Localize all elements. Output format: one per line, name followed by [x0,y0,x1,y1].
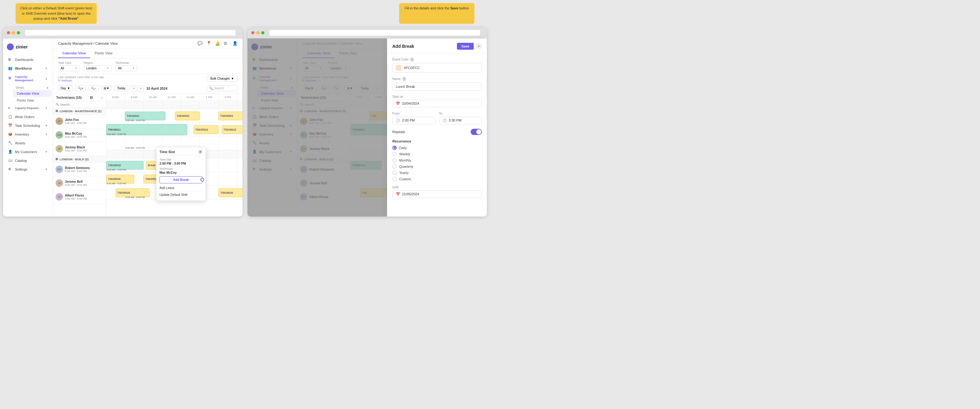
maximize-dot-r[interactable] [261,31,264,34]
sidebar-item-workforce[interactable]: 👥 Workforce ▼ [4,64,51,73]
event-tsk00012[interactable]: TSK00012 [194,125,218,134]
event-color-info-icon[interactable]: ? [410,58,414,62]
chevron-tech-icon: ▼ [132,67,135,70]
close-dot-r[interactable] [251,31,255,34]
calendar-nav: ‹ › [131,85,144,91]
save-button[interactable]: Save [457,43,474,50]
zoom-in-button[interactable]: 🔍+ [75,85,86,91]
tech-row-albert-flores: AF Albert Flores 9:00 AM - 6:00 PM [53,190,106,204]
time-col-8am: 8 AM [106,94,125,101]
add-leave-item[interactable]: Add Leave [159,185,202,192]
technician-select[interactable]: All ▼ [116,65,137,71]
sidebar-item-work-orders[interactable]: 📋 Work Orders [4,112,51,121]
sidebar-item-customers[interactable]: 👤 My Customers ▼ [4,147,51,156]
event-tsk00013[interactable]: TSK00013 [221,125,242,134]
user-profile-icon[interactable]: 👤 [232,41,237,46]
clock-from-icon: 🕐 [396,118,400,123]
prev-button[interactable]: ‹ [131,85,137,91]
time-col-1pm: 1 PM [200,94,218,101]
radio-custom-circle [392,177,397,181]
update-default-shift-item[interactable]: Update Default Shift [159,192,202,198]
tabs-bar: Calendar View Points View [53,49,242,58]
name-info-icon[interactable]: ? [402,77,406,81]
event-tsk00003[interactable]: TSK00003 [218,112,242,120]
cal-grid-button[interactable]: ⊞▼ [101,85,112,91]
tech-row-john-fox: JF John Fox 9:00 AM - 6:00 PM [53,115,106,128]
popup-close-button[interactable]: × [198,150,202,154]
sidebar-item-task-scheduling[interactable]: 📅 Task Scheduling ▼ [4,121,51,130]
sidebar-item-settings[interactable]: ⚙ Settings ▼ [4,165,51,174]
time-col-9am: 9 AM [125,94,143,101]
radio-quarterly-circle [392,165,397,169]
recurrence-quarterly[interactable]: Quarterly [392,165,482,169]
book-icon: 📖 [8,158,13,163]
avatar-max-mccoy: MM [56,131,63,139]
region-select[interactable]: London ▼ [84,65,112,71]
time-header: 8 AM 9 AM 10 AM 11 AM 12 AM 1 PM 2 PM 3 … [106,94,242,101]
repeats-toggle[interactable] [471,129,482,135]
address-bar [25,30,235,36]
tab-calendar-view[interactable]: Calendar View [58,49,90,58]
until-input[interactable]: 📅 21/05/2024 [392,190,482,198]
refresh-button[interactable]: ↻ Refresh [58,79,104,82]
recurrence-daily[interactable]: Daily [392,145,482,150]
minimize-dot[interactable] [12,31,15,34]
filter-icon[interactable]: ⊟ [90,96,93,99]
event-tsk00026[interactable]: TSK00026 [218,189,242,197]
grid-row-john-fox[interactable]: TSK00001 TSK00002 TSK00003 9:00 AM - 6:0… [106,109,242,123]
panel-body: Event Color ? #FCDFCC Name ? [387,53,487,217]
next-button[interactable]: › [138,85,144,91]
minimize-dot-r[interactable] [256,31,259,34]
view-day-button[interactable]: Day ▼ [58,85,73,91]
grid-row-max-mccoy[interactable]: TSK00011 TSK00012 TSK00013 8:00 AM - 5:0… [106,123,242,137]
chat-icon[interactable]: 💬 [197,41,202,46]
sort-icon[interactable]: ↕ [101,96,103,99]
sidebar-item-catalog[interactable]: 📖 Catalog [4,156,51,165]
recurrence-yearly[interactable]: Yearly [392,171,482,175]
browser-chrome-left [3,27,242,38]
sidebar: zinier ⊞ Dashboards 👥 Workforce ▼ ⚙ Capa… [3,38,53,217]
close-dot[interactable] [7,31,10,34]
sidebar-item-capacity[interactable]: ⚙ Capacity Management ▲ [4,73,51,84]
bell-icon[interactable]: 🔔 [215,41,220,46]
calendar-date: 10 April 2024 [146,86,167,90]
chevron-icon: ▼ [45,107,48,110]
sidebar-item-dashboards[interactable]: ⊞ Dashboards [4,55,51,64]
calendar-search[interactable]: 🔍 Search [206,85,237,91]
start-on-input[interactable]: 📅 10/04/2024 [392,100,482,107]
maximize-dot[interactable] [17,31,20,34]
name-field: Name ? [392,77,482,91]
recurrence-monthly[interactable]: Monthly [392,158,482,163]
sidebar-item-inventory[interactable]: 📦 Inventory ▼ [4,130,51,139]
main-content: Capacity Management / Calendar View 💬 📍 … [53,38,242,217]
task-type-select[interactable]: All ▼ [58,65,80,71]
tech-row-robert-simmons: RS Robert Simmons 8:00 AM - 5:00 PM [53,163,106,177]
recurrence-weekly[interactable]: Weekly [392,152,482,156]
calendar-until-icon: 📅 [396,192,400,196]
tab-points-view[interactable]: Points View [90,49,117,58]
sidebar-item-capacity-requests[interactable]: ≡ Capacity Requests ▼ [4,104,51,112]
radio-yearly-circle [392,171,397,175]
name-input[interactable] [392,83,482,91]
recurrence-custom[interactable]: Custom [392,177,482,181]
event-tsk00002[interactable]: TSK00002 [175,112,200,120]
add-break-button[interactable]: Add Break [159,176,202,184]
avatar-robert-simmons: RS [56,166,63,173]
to-input[interactable]: 🕐 3:30 PM [439,117,482,125]
panel-title: Add Break [392,44,414,49]
zoom-out-button[interactable]: 🔍− [88,85,99,91]
panel-close-button[interactable]: × [476,43,482,50]
color-input[interactable]: #FCDFCC [392,63,482,72]
sidebar-item-calendar-view[interactable]: Calendar View [13,90,51,97]
from-input[interactable]: 🕐 2:00 PM [392,117,435,125]
technicians-header: Technicians (15) ⊟ ↕ [53,94,106,102]
location-icon[interactable]: 📍 [206,41,211,46]
sidebar-item-assets[interactable]: 🔧 Assets [4,139,51,147]
sidebar-item-points-view[interactable]: Points View [13,97,51,104]
tech-search-input[interactable] [60,103,103,106]
list-icon: ≡ [8,106,13,110]
views-section: Views ▲ Calendar View Points View [3,84,53,104]
bulk-changes-button[interactable]: Bulk Changes ▼ [207,75,237,82]
today-button[interactable]: Today [114,85,128,91]
grid-nav-icon[interactable]: ⊞ [224,41,229,46]
